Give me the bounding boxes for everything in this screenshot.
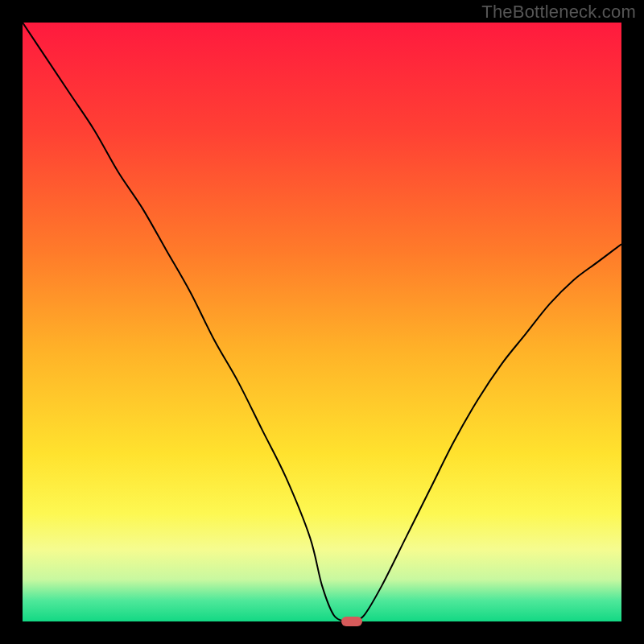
- gradient-background: [23, 23, 621, 621]
- plot-area: [23, 23, 621, 621]
- optimal-point-marker: [341, 617, 362, 626]
- gradient-plot: [23, 23, 621, 621]
- watermark-text: TheBottleneck.com: [481, 2, 636, 23]
- chart-frame: TheBottleneck.com: [0, 0, 644, 644]
